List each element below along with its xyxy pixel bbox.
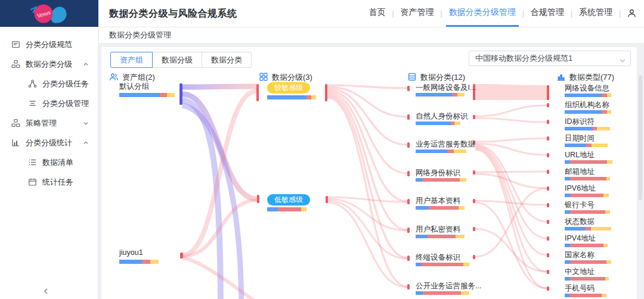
sankey-node-4-9[interactable]: 状态数据 bbox=[565, 217, 595, 227]
sankey-node-4-12[interactable]: 中文地址 bbox=[565, 267, 595, 277]
sankey-node-4-3[interactable]: ID标识符 bbox=[565, 117, 595, 127]
chart-scrollbar[interactable] bbox=[639, 70, 642, 299]
column-title: 数据分类(12) bbox=[420, 72, 465, 83]
node-value-bar bbox=[565, 294, 606, 297]
bar-segment bbox=[607, 110, 611, 114]
sidebar-item-5[interactable]: 策略管理 bbox=[0, 113, 98, 133]
app-root: Venus 数据分类分级与风险合规系统 首页|资产管理|数据分类分级管理|合规管… bbox=[0, 0, 644, 299]
bar-segment bbox=[311, 95, 316, 99]
bar-segment bbox=[422, 263, 463, 266]
sankey-node-1-1[interactable]: 默认分组 bbox=[119, 82, 149, 92]
node-value-bar bbox=[416, 178, 466, 182]
sankey-node-3-7[interactable]: 终端设备标识 bbox=[416, 253, 460, 263]
chevron-up-icon bbox=[82, 61, 89, 68]
bar-segment bbox=[142, 260, 150, 264]
sidebar-item-6[interactable]: 分类分级统计 bbox=[0, 133, 98, 152]
sankey-node-2-2[interactable]: 低敏感级 bbox=[267, 194, 310, 205]
sankey-node-4-4[interactable]: 日期时间 bbox=[565, 133, 595, 144]
bar-segment bbox=[570, 210, 605, 214]
node-value-bar bbox=[416, 122, 460, 125]
bar-segment bbox=[416, 122, 451, 125]
bar-segment bbox=[119, 93, 160, 97]
sankey-node-1-2[interactable]: jiuyou1 bbox=[119, 248, 143, 257]
nav-separator: | bbox=[392, 10, 394, 18]
sidebar-item-4[interactable]: 分类分级管理 bbox=[0, 94, 98, 113]
node-value-bar bbox=[565, 127, 610, 130]
sankey-node-4-8[interactable]: 银行卡号 bbox=[565, 200, 595, 210]
nav-item-1[interactable]: 首页 bbox=[366, 0, 388, 27]
sidebar-collapse-button[interactable] bbox=[42, 287, 50, 295]
sankey-node-2-1[interactable]: 较敏感级 bbox=[267, 82, 310, 94]
sankey-node-4-10[interactable]: IPV4地址 bbox=[565, 233, 596, 244]
spec-card-icon bbox=[11, 40, 20, 49]
bar-segment bbox=[565, 260, 570, 264]
bar-segment bbox=[607, 94, 611, 97]
node-value-bar bbox=[565, 260, 611, 264]
sankey-node-3-2[interactable]: 自然人身份标识 bbox=[416, 111, 468, 122]
top-bar: Venus 数据分类分级与风险合规系统 首页|资产管理|数据分类分级管理|合规管… bbox=[0, 0, 644, 27]
node-value-bar bbox=[416, 150, 466, 153]
nav-separator: | bbox=[441, 10, 442, 18]
sankey-node-3-5[interactable]: 用户基本资料 bbox=[416, 196, 460, 206]
node-value-bar bbox=[416, 235, 465, 238]
bar-segment bbox=[602, 294, 606, 297]
bar-segment bbox=[597, 127, 610, 130]
sankey-node-4-6[interactable]: 邮箱地址 bbox=[565, 167, 595, 177]
bar-segment bbox=[461, 291, 469, 295]
venus-logo-icon: Venus bbox=[0, 0, 98, 27]
sidebar-item-8[interactable]: 统计任务 bbox=[0, 172, 98, 192]
sankey-node-4-13[interactable]: 手机号码 bbox=[565, 284, 595, 294]
bar-segment bbox=[565, 127, 593, 130]
sankey-node-4-5[interactable]: URL地址 bbox=[565, 150, 595, 160]
node-value-bar bbox=[119, 93, 175, 97]
bar-segment bbox=[306, 95, 311, 99]
bar-segment bbox=[150, 260, 159, 264]
template-select-value: 中国移动数据分类分级规范1 bbox=[475, 54, 572, 63]
bar-segment bbox=[570, 160, 607, 164]
sankey-node-4-1[interactable]: 网络设备信息 bbox=[565, 83, 609, 94]
node-value-bar bbox=[416, 263, 469, 266]
bar-segment bbox=[592, 144, 608, 147]
sankey-node-3-4[interactable]: 网络身份标识 bbox=[416, 168, 460, 178]
bar-segment bbox=[416, 178, 422, 182]
nav-item-4[interactable]: 合规管理 bbox=[528, 0, 567, 27]
sidebar-item-1[interactable]: 分类分级规范 bbox=[0, 35, 98, 54]
sankey-node-3-1[interactable]: 一般网络设备及I... bbox=[416, 83, 476, 93]
sankey-node-3-8[interactable]: 公开业务运营服务... bbox=[416, 281, 481, 291]
sankey-node-4-2[interactable]: 组织机构名称 bbox=[565, 100, 609, 110]
sidebar-item-7[interactable]: 数据清单 bbox=[0, 152, 98, 172]
node-value-bar bbox=[119, 260, 159, 264]
bar-segment bbox=[119, 260, 142, 264]
sankey-node-4-7[interactable]: IPV6地址 bbox=[565, 183, 596, 194]
sidebar-item-label: 数据分类分级 bbox=[26, 59, 72, 70]
bar-segment bbox=[422, 178, 460, 182]
bar-segment bbox=[602, 94, 607, 97]
scrollbar-thumb[interactable] bbox=[639, 75, 642, 200]
node-value-bar bbox=[565, 244, 608, 247]
sankey-node-4-11[interactable]: 国家名称 bbox=[565, 250, 595, 260]
bar-segment bbox=[586, 144, 592, 147]
bar-segment bbox=[454, 150, 466, 153]
stats-icon bbox=[11, 138, 20, 147]
sankey-chart: 资产组(2)默认分组jiuyou1数据分级(3)较敏感级低敏感级数据分类(12)… bbox=[98, 64, 637, 299]
nav-item-2[interactable]: 资产管理 bbox=[398, 0, 437, 27]
sidebar-item-label: 分类分级规范 bbox=[26, 39, 72, 50]
rows-icon bbox=[407, 73, 417, 82]
sankey-node-3-3[interactable]: 业务运营服务数据 bbox=[416, 139, 475, 150]
sidebar-item-3[interactable]: 分类分级任务 bbox=[0, 74, 98, 94]
column-header-2: 数据分级(3) bbox=[259, 72, 312, 83]
node-value-bar bbox=[267, 95, 316, 99]
user-icon[interactable] bbox=[627, 8, 637, 18]
nav-item-5[interactable]: 系统管理 bbox=[576, 0, 615, 27]
sankey-node-3-6[interactable]: 用户私密资料 bbox=[416, 225, 460, 235]
bar-segment bbox=[416, 150, 447, 153]
breadcrumb-bar: 数据分类分级管理 bbox=[99, 27, 644, 43]
bar-segment bbox=[607, 160, 612, 164]
node-value-bar bbox=[565, 94, 611, 97]
sidebar-item-2[interactable]: 数据分类分级 bbox=[0, 54, 98, 74]
nav-item-3[interactable]: 数据分类分级管理 bbox=[446, 0, 519, 27]
node-value-bar bbox=[416, 291, 469, 295]
chevron-up-icon bbox=[82, 139, 89, 147]
bar-segment bbox=[565, 94, 602, 97]
bar-segment bbox=[565, 210, 570, 214]
